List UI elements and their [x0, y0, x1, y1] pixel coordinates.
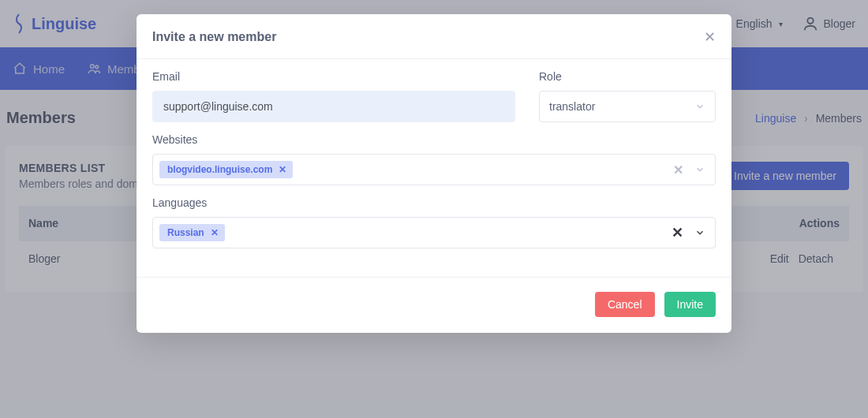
role-value: translator — [549, 100, 595, 113]
email-input[interactable] — [152, 91, 515, 122]
websites-label: Websites — [152, 133, 716, 146]
role-label: Role — [539, 70, 716, 83]
website-chip: blogvideo.linguise.com ✕ — [159, 161, 293, 178]
language-chip: Russian ✕ — [159, 224, 225, 241]
language-chip-label: Russian — [167, 227, 204, 238]
chevron-down-icon[interactable] — [694, 164, 705, 175]
website-chip-label: blogvideo.linguise.com — [167, 164, 272, 175]
languages-select[interactable]: Russian ✕ ✕ — [152, 217, 716, 248]
clear-icon[interactable]: ✕ — [672, 224, 683, 241]
modal-title: Invite a new member — [152, 30, 276, 44]
clear-icon[interactable]: ✕ — [673, 162, 683, 177]
invite-button[interactable]: Invite — [664, 292, 716, 317]
modal-close-button[interactable]: ✕ — [704, 30, 716, 44]
languages-label: Languages — [152, 196, 716, 209]
modal-overlay[interactable]: Invite a new member ✕ Email Role transla… — [0, 0, 868, 418]
close-icon: ✕ — [704, 29, 716, 45]
email-label: Email — [152, 70, 515, 83]
chip-remove-icon[interactable]: ✕ — [211, 227, 219, 238]
chevron-down-icon[interactable] — [694, 227, 705, 238]
role-select[interactable]: translator — [539, 91, 716, 122]
chevron-down-icon — [694, 101, 705, 112]
websites-select[interactable]: blogvideo.linguise.com ✕ ✕ — [152, 154, 716, 185]
cancel-button[interactable]: Cancel — [595, 292, 655, 317]
invite-member-modal: Invite a new member ✕ Email Role transla… — [137, 14, 731, 333]
chip-remove-icon[interactable]: ✕ — [279, 164, 286, 175]
